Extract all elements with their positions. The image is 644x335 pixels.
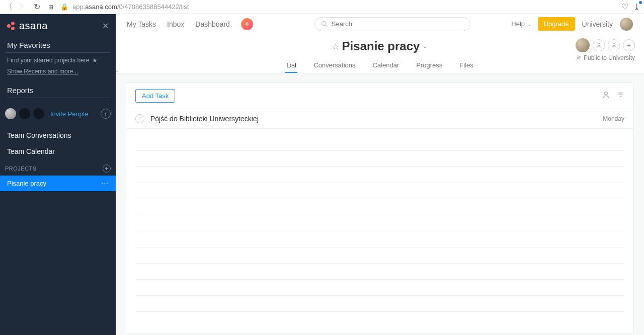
tab-progress[interactable]: Progress [415, 58, 443, 73]
project-header: « ☆ Pisanie pracy ⌄ List Conversations C… [116, 34, 644, 73]
filter-icon[interactable] [617, 91, 624, 101]
show-recents-link[interactable]: Show Recents and more... [0, 68, 116, 81]
people-icon [576, 55, 582, 61]
empty-task-row[interactable] [135, 151, 624, 167]
heart-icon[interactable]: ♡ [621, 2, 628, 12]
browser-apps-icon[interactable]: ⊞ [46, 4, 55, 11]
nav-my-tasks[interactable]: My Tasks [127, 20, 156, 28]
svg-point-3 [613, 43, 615, 45]
avatar[interactable] [5, 108, 16, 119]
task-name: Pójść do Biblioteki Uniwersyteckiej [150, 115, 603, 123]
task-complete-checkbox[interactable]: ✓ [135, 114, 144, 123]
star-icon: ★ [92, 57, 98, 64]
svg-point-2 [598, 43, 600, 45]
ghost-avatar[interactable] [593, 39, 605, 51]
nav-inbox[interactable]: Inbox [167, 20, 184, 28]
svg-point-6 [605, 92, 608, 95]
ghost-avatar[interactable] [608, 39, 620, 51]
sidebar: asana ✕ My Favorites Find your starred p… [0, 14, 116, 335]
tab-list[interactable]: List [285, 58, 297, 73]
empty-task-row[interactable] [135, 280, 624, 296]
assignee-icon[interactable] [602, 91, 610, 101]
team-calendar-link[interactable]: Team Calendar [0, 143, 116, 159]
quick-add-button[interactable]: + [241, 18, 253, 30]
task-list-panel: Add Task ✓ Pójść do Biblioteki Uniwersyt… [126, 82, 634, 334]
invite-people-link[interactable]: Invite People [50, 110, 98, 118]
add-project-button[interactable]: + [103, 164, 111, 173]
page-title[interactable]: Pisanie pracy [342, 39, 420, 53]
user-avatar[interactable] [620, 18, 633, 31]
close-sidebar-icon[interactable]: ✕ [102, 21, 109, 31]
star-icon[interactable]: ☆ [332, 42, 339, 51]
projects-heading: PROJECTS [5, 165, 37, 172]
url-bar[interactable]: 🔒 app.asana.com/0/470863586544422/list [60, 3, 616, 11]
reports-heading: Reports [0, 81, 116, 98]
tab-files[interactable]: Files [458, 58, 474, 73]
url-text: app.asana.com/0/470863586544422/list [72, 3, 189, 11]
chevron-down-icon[interactable]: ⌄ [423, 43, 428, 50]
privacy-indicator[interactable]: Public to University [576, 54, 635, 61]
empty-task-row[interactable] [135, 264, 624, 280]
asana-logo[interactable]: asana [7, 20, 48, 32]
empty-avatar [33, 108, 44, 119]
svg-point-0 [321, 22, 326, 26]
tab-calendar[interactable]: Calendar [372, 58, 400, 73]
empty-task-row[interactable] [135, 135, 624, 151]
svg-point-5 [579, 56, 581, 58]
help-menu[interactable]: Help ⌄ [511, 20, 530, 28]
browser-back[interactable]: 〈 [4, 2, 13, 12]
empty-task-row[interactable] [135, 183, 624, 199]
chevron-down-icon: ⌄ [527, 22, 531, 27]
search-input[interactable] [332, 20, 464, 28]
content-body: Add Task ✓ Pójść do Biblioteki Uniwersyt… [116, 73, 644, 335]
svg-line-1 [326, 25, 327, 27]
main: My Tasks Inbox Dashboard + Help ⌄ Upgrad… [116, 14, 644, 335]
find-starred-hint: Find your starred projects here ★ [0, 53, 116, 68]
sidebar-project-item[interactable]: Pisanie pracy ⋯ [0, 176, 116, 191]
empty-task-row[interactable] [135, 247, 624, 264]
workspace-name[interactable]: University [582, 20, 613, 28]
browser-reload[interactable]: ↻ [32, 2, 41, 12]
empty-avatar [19, 108, 30, 119]
empty-task-row[interactable] [135, 167, 624, 183]
empty-task-row[interactable] [135, 199, 624, 215]
add-task-button[interactable]: Add Task [135, 89, 175, 103]
nav-dashboard[interactable]: Dashboard [195, 20, 230, 28]
browser-forward[interactable]: 〉 [18, 2, 27, 12]
search-box[interactable] [314, 17, 470, 31]
search-icon [321, 21, 328, 27]
member-avatar[interactable] [576, 38, 590, 52]
tab-conversations[interactable]: Conversations [312, 58, 356, 73]
project-name: Pisanie pracy [7, 180, 46, 187]
logo-text: asana [19, 20, 48, 32]
add-member-button[interactable]: + [623, 39, 635, 51]
logo-icon [7, 22, 16, 31]
svg-point-4 [577, 56, 579, 58]
project-actions-icon[interactable]: ⋯ [102, 180, 109, 187]
expand-handle-icon[interactable]: « [116, 68, 121, 76]
lock-icon: 🔒 [60, 3, 68, 11]
empty-task-row[interactable] [135, 296, 624, 312]
topbar: My Tasks Inbox Dashboard + Help ⌄ Upgrad… [116, 14, 644, 34]
upgrade-button[interactable]: Upgrade [538, 17, 575, 31]
add-member-button[interactable]: + [101, 109, 111, 119]
task-due-date: Monday [603, 115, 624, 122]
download-icon[interactable]: ⤓ [633, 2, 640, 12]
team-conversations-link[interactable]: Team Conversations [0, 127, 116, 143]
favorites-heading: My Favorites [0, 36, 116, 52]
empty-task-row[interactable] [135, 215, 624, 231]
browser-chrome: 〈 〉 ↻ ⊞ 🔒 app.asana.com/0/47086358654442… [0, 0, 644, 14]
empty-task-row[interactable] [135, 231, 624, 247]
task-row[interactable]: ✓ Pójść do Biblioteki Uniwersyteckiej Mo… [126, 109, 633, 129]
